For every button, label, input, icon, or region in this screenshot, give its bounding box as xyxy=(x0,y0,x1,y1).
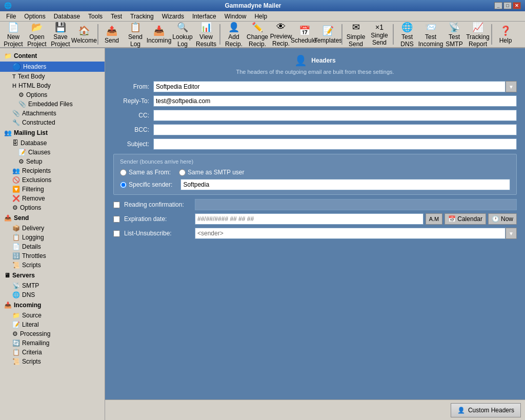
subject-input[interactable] xyxy=(153,138,517,150)
section-mailing-list-label: Mailing List xyxy=(14,129,48,136)
expiry-input[interactable] xyxy=(195,213,423,225)
toolbar-templates[interactable]: 📝Templates xyxy=(317,23,339,46)
sidebar-item-criteria[interactable]: 📋 Criteria xyxy=(0,348,105,357)
menu-tools[interactable]: Tools xyxy=(84,12,107,21)
menu-help[interactable]: Help xyxy=(250,12,271,21)
toolbar-open-project[interactable]: 📂OpenProject xyxy=(26,23,48,46)
calendar-button[interactable]: 📅 Calendar xyxy=(445,213,486,225)
toolbar-test-incoming[interactable]: 📨TestIncoming xyxy=(419,23,442,46)
sidebar-item-text-body[interactable]: T Text Body xyxy=(0,72,105,81)
close-button[interactable]: ✕ xyxy=(513,2,521,9)
from-dropdown-btn[interactable]: ▼ xyxy=(506,81,517,92)
sidebar-item-remailing[interactable]: 🔄 Remailing xyxy=(0,338,105,348)
menu-window[interactable]: Window xyxy=(220,12,251,21)
custom-headers-button[interactable]: 👤 Custom Headers xyxy=(451,403,521,417)
toolbar-test-dns[interactable]: 🌐TestDNS xyxy=(396,23,418,46)
sidebar-item-remove[interactable]: ❌ Remove xyxy=(0,194,105,203)
sidebar-item-ml-options[interactable]: ⚙ Options xyxy=(0,203,105,212)
section-content[interactable]: 📁 Content xyxy=(0,50,105,62)
cc-label: CC: xyxy=(113,112,149,119)
cc-input[interactable] xyxy=(153,110,517,121)
toolbar-view-results[interactable]: 📊ViewResults xyxy=(195,23,217,46)
same-as-from-radio[interactable] xyxy=(120,169,127,176)
toolbar-send-log[interactable]: 📋SendLog xyxy=(124,23,147,46)
sidebar-item-constructed[interactable]: 🔧 Constructed xyxy=(0,118,105,127)
toolbar-add-recipients[interactable]: 👤AddRecip. xyxy=(223,23,245,46)
sidebar-item-processing[interactable]: ⚙ Processing xyxy=(0,329,105,338)
sidebar-item-clauses[interactable]: 📝 Clauses xyxy=(0,148,105,157)
same-as-smtp-radio[interactable] xyxy=(179,169,186,176)
toolbar-send[interactable]: 📤Send xyxy=(100,23,123,46)
list-unsubscribe-label: List-Unsubscribe: xyxy=(124,230,191,237)
sidebar-item-filtering[interactable]: 🔽 Filtering xyxy=(0,185,105,194)
toolbar-simple-send[interactable]: ✉SimpleSend xyxy=(345,23,367,46)
sidebar-item-logging[interactable]: 📋 Logging xyxy=(0,233,105,242)
toolbar-new-project[interactable]: 📄NewProject xyxy=(2,23,25,46)
toolbar-help[interactable]: ❓Help xyxy=(494,23,517,46)
toolbar-incoming[interactable]: 📥Incoming xyxy=(148,23,170,46)
menu-options[interactable]: Options xyxy=(20,12,49,21)
sidebar-item-html-body[interactable]: H HTML Body xyxy=(0,81,105,90)
specific-sender-radio[interactable] xyxy=(120,182,127,188)
toolbar-lookup-log[interactable]: 🔍LookupLog xyxy=(171,23,194,46)
sidebar-item-incoming-scripts[interactable]: 📜 Scripts xyxy=(0,357,105,366)
toolbar-scheduler[interactable]: 📅Scheduler xyxy=(293,23,316,46)
list-unsubscribe-dropdown-btn[interactable]: ▼ xyxy=(506,228,517,239)
sidebar-item-embedded-files[interactable]: 📎 Embedded Files xyxy=(0,99,105,109)
criteria-icon: 📋 xyxy=(12,349,20,356)
minimize-button[interactable]: _ xyxy=(494,2,502,9)
toolbar-welcome[interactable]: 🏠Welcome xyxy=(73,23,95,46)
sidebar-item-dns[interactable]: 🌐 DNS xyxy=(0,290,105,299)
menu-file[interactable]: File xyxy=(2,12,20,21)
throttles-icon: 🔢 xyxy=(12,252,20,259)
sidebar-item-database[interactable]: 🗄 Database xyxy=(0,138,105,148)
sidebar-item-recipients[interactable]: 👥 Recipients xyxy=(0,166,105,175)
sidebar-item-attachments[interactable]: 📎 Attachments xyxy=(0,109,105,118)
same-as-from-label[interactable]: Same as From: xyxy=(120,169,171,176)
maximize-button[interactable]: □ xyxy=(503,2,512,9)
specific-sender-input[interactable] xyxy=(180,179,510,190)
sender-radio-row-1: Same as From: Same as SMTP user xyxy=(120,169,510,176)
section-mailing-list[interactable]: 👥 Mailing List xyxy=(0,127,105,138)
toolbar-single-send[interactable]: ×1SingleSend xyxy=(368,23,391,46)
toolbar-save-project[interactable]: 💾SaveProject xyxy=(49,23,72,46)
menu-interface[interactable]: Interface xyxy=(188,12,220,21)
am-button[interactable]: A.M xyxy=(426,213,443,225)
toolbar-tracking-report[interactable]: 📈TrackingReport xyxy=(467,23,489,46)
now-button[interactable]: 🕐 Now xyxy=(488,213,517,225)
sidebar-item-delivery[interactable]: 📦 Delivery xyxy=(0,224,105,233)
sidebar-item-throttles[interactable]: 🔢 Throttles xyxy=(0,251,105,261)
toolbar-preview-recipients[interactable]: 👁PreviewRecip. xyxy=(270,23,292,46)
sidebar-item-literal[interactable]: 📝 Literal xyxy=(0,320,105,329)
menu-test[interactable]: Test xyxy=(107,12,126,21)
section-send[interactable]: 📤 Send xyxy=(0,212,105,224)
sidebar-item-exclusions[interactable]: 🚫 Exclusions xyxy=(0,175,105,185)
menu-wizards[interactable]: Wizards xyxy=(158,12,188,21)
sidebar-item-headers[interactable]: 🔵 Headers xyxy=(0,62,105,72)
expiration-date-checkbox[interactable] xyxy=(113,216,120,223)
text-body-icon: T xyxy=(12,73,16,79)
same-as-smtp-label[interactable]: Same as SMTP user xyxy=(179,169,244,176)
sidebar-item-options[interactable]: ⚙ Options xyxy=(0,90,105,99)
menu-database[interactable]: Database xyxy=(50,12,84,21)
toolbar-change-recipient[interactable]: ✏️ChangeRecip. xyxy=(246,23,269,46)
from-input[interactable] xyxy=(153,81,506,92)
toolbar-test-smtp[interactable]: 📡TestSMTP xyxy=(443,23,466,46)
specific-sender-radio-label[interactable]: Specific sender: xyxy=(120,181,172,188)
list-unsubscribe-checkbox[interactable] xyxy=(113,230,120,237)
details-icon: 📄 xyxy=(12,243,20,250)
sidebar-item-source[interactable]: 📁 Source xyxy=(0,311,105,320)
sidebar-item-send-scripts[interactable]: 📜 Scripts xyxy=(0,261,105,270)
sidebar-item-details[interactable]: 📄 Details xyxy=(0,242,105,251)
sidebar-item-smtp[interactable]: 📡 SMTP xyxy=(0,281,105,290)
reading-confirmation-checkbox[interactable] xyxy=(113,202,120,208)
reply-to-input[interactable] xyxy=(153,95,517,107)
bcc-input[interactable] xyxy=(153,124,517,135)
delivery-icon: 📦 xyxy=(12,225,20,232)
sidebar-exclusions-label: Exclusions xyxy=(22,176,51,184)
list-unsubscribe-input[interactable] xyxy=(195,228,506,239)
section-servers[interactable]: 🖥 Servers xyxy=(0,270,105,281)
menu-tracking[interactable]: Tracking xyxy=(126,12,158,21)
sidebar-item-setup[interactable]: ⚙ Setup xyxy=(0,157,105,166)
section-incoming[interactable]: 📥 Incoming xyxy=(0,299,105,311)
